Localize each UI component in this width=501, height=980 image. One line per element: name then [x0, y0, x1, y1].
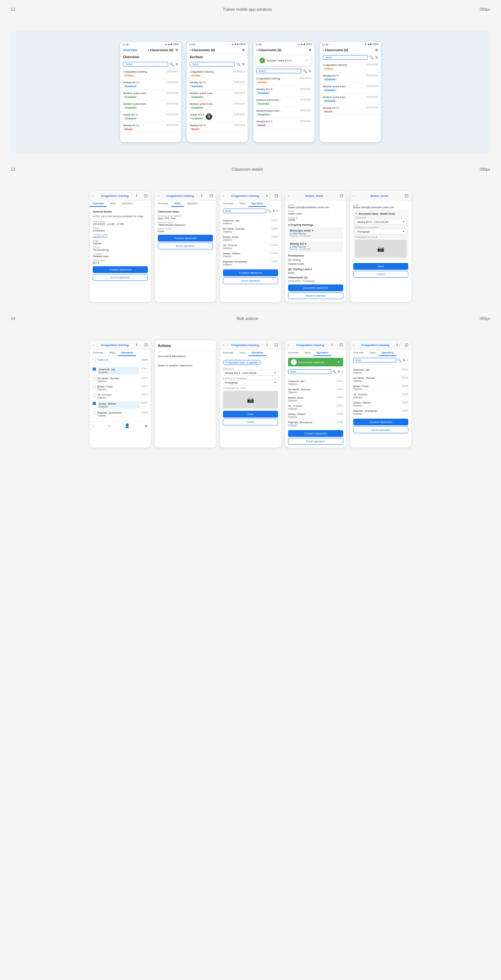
enroll-operators-btn-2[interactable]: Enroll operators — [158, 243, 213, 250]
select-btn-4[interactable]: Select — [323, 55, 368, 60]
back-icon-op-details: ‹ — [288, 194, 289, 197]
back-icon-bulk-doc: ‹ — [223, 344, 224, 347]
cancel-btn-doc[interactable]: Cancel — [353, 271, 408, 278]
menu-icon-documented[interactable]: ⊡ — [405, 342, 408, 347]
documented-select-btn[interactable]: Select — [353, 358, 396, 363]
tab-sel-tasks[interactable]: Tasks — [106, 350, 118, 356]
tab-tasks-operators[interactable]: Operators — [184, 201, 201, 207]
evidence-select[interactable]: Photograph ▾ — [355, 229, 407, 234]
remove-operator-btn[interactable]: Remove operator — [288, 292, 343, 299]
add-icon-notif[interactable]: + — [341, 370, 343, 374]
conduct-classroom-btn-2[interactable]: Conduct classroom — [158, 235, 213, 242]
tab-bd-operators[interactable]: Operators — [248, 350, 266, 356]
tab-overview-operators[interactable]: Operators — [119, 201, 136, 207]
card-title-tasks[interactable]: Coagulation training — [166, 194, 194, 197]
add-icon-documented[interactable]: + — [407, 358, 408, 362]
general-description: Hi Tim, this is the training scheduled f… — [93, 215, 148, 218]
select-btn-3[interactable]: Select — [256, 69, 301, 73]
menu-icon-doc[interactable]: ⊡ — [405, 193, 408, 198]
prev-page-icon[interactable]: ‹ — [93, 424, 94, 428]
tab-n-overview[interactable]: Overview — [285, 350, 301, 356]
checkbox-1[interactable]: ✓ — [93, 368, 96, 371]
list-item-1-4: Medium pulse train...Completed 22/02/202… — [120, 100, 181, 111]
checkbox-4[interactable] — [93, 394, 96, 397]
menu-icon-operators[interactable]: ⊡ — [275, 193, 278, 198]
select-btn-1[interactable]: Select — [123, 62, 168, 67]
select-all-checkbox[interactable] — [93, 358, 96, 361]
settings-page-icon[interactable]: ⚙ — [145, 424, 148, 428]
photo-placeholder[interactable]: 📷 — [355, 240, 407, 258]
tab-tasks-tasks[interactable]: Tasks — [171, 201, 184, 207]
panel-select-operators: ‹ Coagulation training ℹ ⊡ Overview Task… — [90, 340, 151, 448]
tab-sel-overview[interactable]: Overview — [90, 350, 106, 356]
bulk-classroom-select[interactable]: Weekly ACI II · 12/01/2023A ▾ — [223, 370, 278, 376]
tab-ops-tasks[interactable]: Tasks — [236, 201, 248, 207]
menu-icon-select[interactable]: ⊡ — [144, 342, 148, 347]
conduct-classroom-btn-doc[interactable]: Conduct classroom — [353, 418, 408, 425]
add-operator-icon[interactable]: 👤 — [124, 423, 130, 428]
bulk-cancel-btn[interactable]: Cancel — [223, 418, 278, 425]
checkbox-6[interactable] — [93, 412, 96, 415]
tab-ops-overview[interactable]: Overview — [220, 201, 236, 207]
conduct-classroom-btn-3[interactable]: Conduct classroom — [223, 269, 278, 276]
done-button[interactable]: Done — [142, 358, 148, 361]
card-title-operators[interactable]: Coagulation training — [231, 194, 259, 197]
tab-overview-tasks[interactable]: Tasks — [107, 201, 119, 207]
classroom-select[interactable]: Weekly ACI II · 12/01/2023A ▾ — [355, 219, 407, 225]
tab-n-tasks[interactable]: Tasks — [301, 350, 313, 356]
menu-icon-overview[interactable]: ⊡ — [144, 193, 148, 198]
menu-icon-notif[interactable]: ⊡ — [340, 342, 343, 347]
conduct-classroom-btn-1[interactable]: Conduct classroom — [93, 266, 148, 273]
tab-overview-overview[interactable]: Overview — [90, 201, 107, 207]
tab-bd-tasks[interactable]: Tasks — [236, 350, 248, 356]
menu-icon-op-details[interactable]: ⊡ — [340, 193, 343, 198]
card-title-select[interactable]: Coagulation training — [101, 344, 129, 347]
tab-bd-overview[interactable]: Overview — [220, 350, 236, 356]
card-title-bulk-doc[interactable]: Coagulation training — [231, 344, 259, 347]
conduct-classroom-btn-notif[interactable]: Conduct classroom — [288, 430, 343, 437]
document-classroom-btn[interactable]: Document classroom — [288, 285, 343, 291]
save-btn-doc[interactable]: Save — [353, 263, 408, 270]
sel-op-1: ✓ Vriamont, Jan Diabetes 12341 — [93, 366, 148, 376]
checkbox-2[interactable] — [93, 377, 96, 380]
back-icon-documented: ‹ — [353, 344, 354, 347]
menu-icon-tasks[interactable]: ⊡ — [209, 193, 213, 198]
notif-text-1: Archived 'Yearly ACI #... — [267, 59, 304, 62]
tab-n-operators[interactable]: Operators — [313, 350, 331, 356]
bulk-save-btn[interactable]: Save — [223, 411, 278, 418]
tab-tasks-overview[interactable]: Overview — [155, 201, 171, 207]
enroll-operators-btn-doc[interactable]: Enroll operators — [353, 426, 408, 433]
card-title-documented[interactable]: Coagulation training — [361, 344, 389, 347]
card-body-operators: Vriamont, JanDiabetes 12341 De Herdt, Th… — [220, 215, 281, 287]
close-icon-tag[interactable]: ✕ — [226, 361, 227, 364]
enroll-operators-btn-1[interactable]: Enroll operators — [93, 274, 148, 281]
tab-sel-operators[interactable]: Operators — [118, 350, 136, 356]
tab-doc-tasks[interactable]: Tasks — [366, 350, 379, 356]
action-document-attendance[interactable]: Document attendance — [155, 352, 216, 361]
close-icon-1[interactable]: ✕ — [305, 59, 308, 62]
close-icon-doc-notif[interactable]: ✕ — [337, 360, 340, 364]
enroll-operators-btn-3[interactable]: Enroll operators — [223, 277, 278, 284]
enroll-operators-btn-notif[interactable]: Enroll operators — [288, 438, 343, 445]
action-move-classroom[interactable]: Move to another classroom — [155, 361, 216, 370]
notif-select-btn[interactable]: Select — [288, 369, 331, 374]
tab-doc-operators[interactable]: Operators — [379, 350, 396, 356]
card-body-bulk-doc: ✕ Document class · 2 operators Classroom… — [220, 356, 281, 428]
tab-doc-overview[interactable]: Overview — [350, 350, 366, 356]
menu-icon-bulk-doc[interactable]: ⊡ — [275, 342, 278, 347]
bulk-photo-placeholder[interactable]: 📷 — [223, 391, 278, 409]
checkbox-3[interactable] — [93, 385, 96, 388]
add-icon-ops[interactable]: + — [276, 209, 278, 213]
exam-label: Exam — [288, 272, 343, 274]
tabs-overview: Overview Tasks Operators — [90, 201, 151, 207]
close-icon-doc[interactable]: ✕ — [355, 212, 358, 215]
select-btn-2[interactable]: Select — [190, 62, 235, 67]
operators-select-btn[interactable]: Select — [223, 208, 266, 213]
card-title-notif[interactable]: Coagulation training — [296, 344, 324, 347]
tabs-documented: Overview Tasks Operators — [350, 350, 411, 356]
card-title-overview[interactable]: Coagulation training — [101, 194, 129, 197]
doc-class-box: ✕ Document class - Bolain Dodo Classroom… — [353, 210, 408, 261]
bulk-evidence-select[interactable]: Photograph ▾ — [223, 380, 278, 385]
checkbox-5[interactable]: ✓ — [93, 402, 96, 405]
tab-ops-operators[interactable]: Operators — [248, 201, 266, 207]
